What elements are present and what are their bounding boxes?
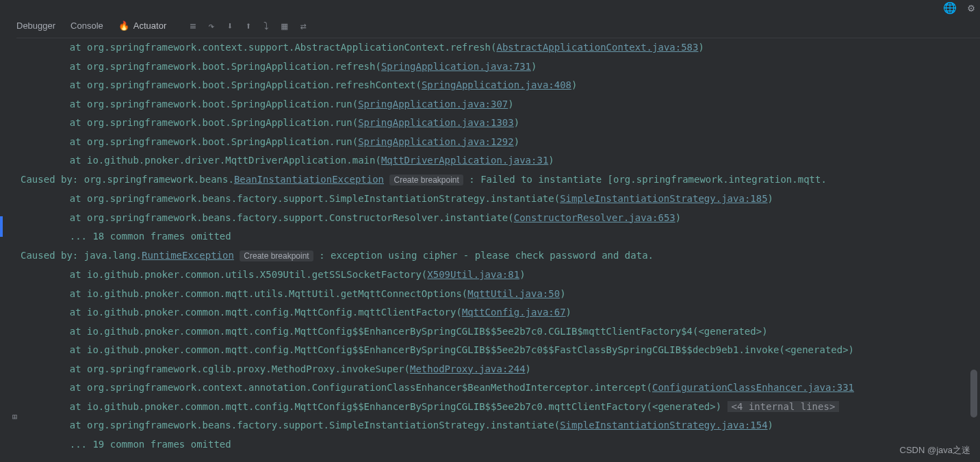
stack-line: Caused by: org.springframework.beans.Bea… [21,170,970,190]
stack-line: at io.github.pnoker.common.mqtt.config.M… [47,322,970,342]
stack-line: Caused by: java.lang.RuntimeException Cr… [21,246,970,266]
create-breakpoint[interactable]: Create breakpoint [389,175,463,185]
stack-line: at org.springframework.beans.factory.sup… [47,190,970,209]
tab-actuator-label: Actuator [133,21,166,31]
gutter-highlight [0,216,3,237]
source-link[interactable]: SpringApplication.java:1303 [358,117,514,128]
stack-line: at org.springframework.context.support.A… [47,38,970,57]
stack-line: at io.github.pnoker.driver.MqttDriverApp… [47,151,970,170]
grid-icon[interactable]: ▦ [281,20,287,32]
source-link[interactable]: SpringApplication.java:731 [381,61,531,72]
source-link[interactable]: ConstructorResolver.java:653 [514,212,675,223]
fold-hint[interactable]: <4 internal lines> [727,401,840,412]
list-icon[interactable]: ≡ [190,20,196,32]
stack-line: at org.springframework.cglib.proxy.Metho… [47,360,970,379]
console-output[interactable]: at org.springframework.context.support.A… [11,38,980,462]
exception-link[interactable]: BeanInstantiationException [234,174,384,185]
scrollbar-thumb[interactable] [970,370,977,418]
source-link[interactable]: MethodProxy.java:244 [410,363,526,374]
source-link[interactable]: AbstractApplicationContext.java:583 [496,42,698,53]
tab-debugger[interactable]: Debugger [16,21,55,31]
gear-icon[interactable]: ⚙ [968,1,975,14]
step-icon[interactable]: ⤵ [263,20,269,32]
stack-line: at org.springframework.boot.SpringApplic… [47,95,970,114]
tab-console[interactable]: Console [70,21,103,31]
top-right-icons: 🌐 ⚙ [943,1,975,14]
upload-icon[interactable]: ⬆ [245,20,251,32]
watermark: CSDN @java之迷 [900,444,971,457]
tab-actuator[interactable]: 🔥 Actuator [118,21,166,31]
stack-line: at org.springframework.boot.SpringApplic… [47,133,970,152]
source-link[interactable]: MqttConfig.java:67 [462,307,566,318]
stack-line: ... 19 common frames omitted [47,435,970,454]
download-icon[interactable]: ⬇ [227,20,233,32]
source-link[interactable]: SimpleInstantiationStrategy.java:185 [560,193,767,204]
redo-icon[interactable]: ↷ [208,20,214,32]
stack-line: at io.github.pnoker.common.mqtt.utils.Mq… [47,285,970,304]
gutter: ⊞ [0,38,11,462]
source-link[interactable]: ConfigurationClassEnhancer.java:331 [652,382,854,393]
stack-line: at org.springframework.context.annotatio… [47,378,970,398]
flame-icon: 🔥 [118,21,129,31]
exception-link[interactable]: RuntimeException [142,250,234,261]
source-link[interactable]: X509Util.java:81 [427,269,519,280]
stack-line: at org.springframework.boot.SpringApplic… [47,114,970,133]
source-link[interactable]: MqttDriverApplication.java:31 [381,155,548,166]
stack-line: at org.springframework.boot.SpringApplic… [47,76,970,95]
stack-line: at io.github.pnoker.common.utils.X509Uti… [47,266,970,285]
globe-icon[interactable]: 🌐 [943,1,957,14]
source-link[interactable]: SpringApplication.java:1292 [358,136,514,147]
swap-icon[interactable]: ⇄ [300,20,306,32]
stack-line: at org.springframework.beans.factory.sup… [47,209,970,228]
source-link[interactable]: SpringApplication.java:408 [422,79,571,90]
source-link[interactable]: SimpleInstantiationStrategy.java:154 [560,420,767,431]
create-breakpoint[interactable]: Create breakpoint [240,251,313,261]
debug-toolbar: Debugger Console 🔥 Actuator ≡ ↷ ⬇ ⬆ ⤵ ▦ … [16,16,980,38]
tool-icons: ≡ ↷ ⬇ ⬆ ⤵ ▦ ⇄ [190,20,306,32]
source-link[interactable]: SpringApplication.java:307 [358,99,508,110]
stack-line: at io.github.pnoker.common.mqtt.config.M… [47,398,970,417]
stack-line: ... 18 common frames omitted [47,227,970,246]
stack-line: at org.springframework.beans.factory.sup… [47,416,970,435]
stack-line: at io.github.pnoker.common.mqtt.config.M… [47,303,970,322]
stack-line: at io.github.pnoker.common.mqtt.config.M… [47,341,970,360]
source-link[interactable]: MqttUtil.java:50 [467,288,560,299]
stack-line: at org.springframework.boot.SpringApplic… [47,57,970,77]
